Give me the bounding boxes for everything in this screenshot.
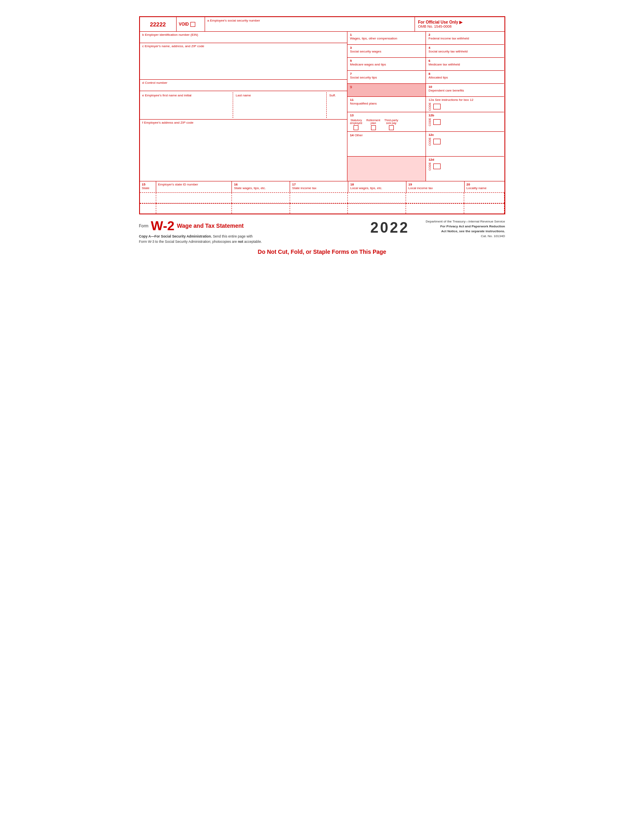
statutory-employee-group: Statutory employee bbox=[350, 119, 362, 130]
box12a-cell: 12a See instructions for box 12 CODE bbox=[426, 97, 504, 112]
void-cell: VOID bbox=[177, 17, 205, 31]
box12a-code-box[interactable] bbox=[433, 104, 441, 109]
box19-cell: 19 Local income tax bbox=[406, 181, 465, 192]
employee-suff-cell: Suff. bbox=[327, 92, 347, 118]
boxes-3-4-row: 3 Social security wages 4 Social securit… bbox=[347, 45, 504, 58]
box13-checkboxes: Statutory employee Retirement plan Third… bbox=[350, 119, 423, 130]
copy-a-info: Copy A—For Social Security Administratio… bbox=[139, 234, 354, 244]
box7-cell: 7 Social security tips bbox=[347, 71, 426, 83]
footer-irs: Department of the Treasury—Internal Reve… bbox=[426, 219, 505, 239]
state-data-row2 bbox=[140, 203, 504, 214]
employee-firstname-cell: e Employee's first name and initial bbox=[140, 92, 234, 118]
boxes-11-12a-row: 11 Nonqualified plans 12a See instructio… bbox=[347, 97, 504, 112]
boxes-7-8-row: 7 Social security tips 8 Allocated tips bbox=[347, 71, 504, 84]
boxes-5-6-row: 5 Medicare wages and tips 6 Medicare tax… bbox=[347, 58, 504, 71]
boxes-1-2-row: 1 Wages, tips, other compensation 2 Fede… bbox=[347, 32, 504, 45]
box12c-code-box[interactable] bbox=[433, 139, 441, 144]
boxes-13-12b-row: 13 Statutory employee Retirement plan bbox=[347, 112, 504, 132]
control-row: d Control number bbox=[140, 80, 347, 91]
state-data-row1 bbox=[140, 192, 504, 203]
box12b-cell: 12b CODE bbox=[426, 112, 504, 131]
box17-cell: 17 State income tax bbox=[290, 181, 348, 192]
employee-address-row: f Employee's address and ZIP code bbox=[140, 120, 347, 136]
ssn-cell: a Employee's social security number bbox=[205, 17, 415, 31]
box14-cont-cell bbox=[347, 157, 426, 181]
boxes-14cont-12d-row: 12d CODE bbox=[347, 157, 504, 181]
box3-cell: 3 Social security wages bbox=[347, 45, 426, 57]
box13-cell: 13 Statutory employee Retirement plan bbox=[347, 112, 426, 131]
do-not-cut: Do Not Cut, Fold, or Staple Forms on Thi… bbox=[139, 249, 505, 255]
third-party-sick-pay-group: Third-party sick pay bbox=[384, 119, 398, 130]
employer-row: c Employer's name, address, and ZIP code bbox=[140, 43, 347, 80]
box1-cell: 1 Wages, tips, other compensation bbox=[347, 32, 426, 44]
box16-cell: 16 State wages, tips, etc. bbox=[232, 181, 290, 192]
employee-lastname-cell: Last name bbox=[233, 92, 327, 118]
retirement-plan-checkbox[interactable] bbox=[371, 125, 376, 130]
box18-cell: 18 Local wages, tips, etc. bbox=[348, 181, 406, 192]
retirement-plan-group: Retirement plan bbox=[367, 119, 380, 130]
box12b-code-box[interactable] bbox=[433, 119, 441, 125]
box8-cell: 8 Allocated tips bbox=[426, 71, 504, 83]
box10-cell: 10 Dependent care benefits bbox=[426, 84, 504, 96]
official-use-cell: For Official Use Only ▶ OMB No. 1545-000… bbox=[415, 17, 504, 31]
box9-cell: 9 bbox=[347, 84, 426, 96]
footer-center: 2022 bbox=[370, 219, 409, 236]
w2-title-row: Form W-2 Wage and Tax Statement bbox=[139, 219, 354, 232]
box13-num: 13 bbox=[350, 113, 423, 117]
box2-cell: 2 Federal income tax withheld bbox=[426, 32, 504, 44]
boxes-9-10-row: 9 10 Dependent care benefits bbox=[347, 84, 504, 97]
form-id: 22222 bbox=[140, 17, 177, 31]
statutory-employee-checkbox[interactable] bbox=[354, 125, 358, 130]
third-party-checkbox[interactable] bbox=[389, 125, 394, 130]
state-row: 15 State Employer's state ID number 16 S… bbox=[140, 181, 504, 192]
box12c-cell: 12c CODE bbox=[426, 132, 504, 156]
box12d-cell: 12d CODE bbox=[426, 157, 504, 181]
employee-name-row: e Employee's first name and initial Last… bbox=[140, 91, 347, 120]
boxes-14-12c-row: 14 Other 12c CODE bbox=[347, 132, 504, 157]
box14-cell: 14 Other bbox=[347, 132, 426, 156]
box4-cell: 4 Social security tax withheld bbox=[426, 45, 504, 57]
box12d-code-box[interactable] bbox=[433, 164, 441, 169]
box20-cell: 20 Locality name bbox=[465, 181, 504, 192]
box5-cell: 5 Medicare wages and tips bbox=[347, 58, 426, 70]
ein-row: b Employer identification number (EIN) bbox=[140, 32, 347, 43]
box15-cell: 15 State bbox=[140, 181, 156, 192]
void-checkbox[interactable] bbox=[190, 22, 195, 27]
box6-cell: 6 Medicare tax withheld bbox=[426, 58, 504, 70]
form-footer: Form W-2 Wage and Tax Statement Copy A—F… bbox=[139, 219, 505, 244]
footer-left: Form W-2 Wage and Tax Statement Copy A—F… bbox=[139, 219, 354, 244]
box15b-cell: Employer's state ID number bbox=[156, 181, 232, 192]
box11-cell: 11 Nonqualified plans bbox=[347, 97, 426, 112]
